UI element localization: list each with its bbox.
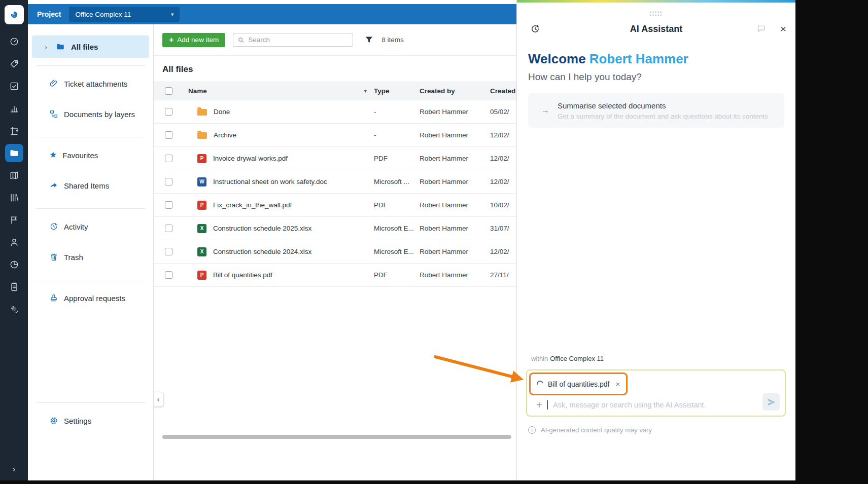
table-row[interactable]: WInstructional sheet on work safety.doc … <box>154 170 516 194</box>
files-toolbar: + Add new item 8 items <box>154 24 516 56</box>
project-label: Project <box>37 10 61 18</box>
rail-item-statistics[interactable] <box>0 97 28 120</box>
file-name[interactable]: Fix_crack_in_the_wall.pdf <box>213 201 292 209</box>
ai-input-container[interactable]: Bill of quantities.pdf × + Ask, message … <box>526 369 786 417</box>
file-name[interactable]: Construction schedule 2024.xlsx <box>213 248 311 255</box>
file-name[interactable]: Instructional sheet on work safety.doc <box>213 178 327 185</box>
divider <box>36 65 145 66</box>
rail-item-site[interactable] <box>0 120 28 142</box>
drag-handle[interactable]: ••••• ••••• <box>517 11 795 17</box>
rail-item-dashboard[interactable] <box>0 30 28 53</box>
row-checkbox[interactable] <box>165 201 172 209</box>
filter-button[interactable] <box>364 35 374 45</box>
table-row[interactable]: Archive - Robert Hammer 12/02/ <box>154 124 516 147</box>
row-checkbox[interactable] <box>165 248 172 255</box>
file-creator: Robert Hammer <box>420 178 490 185</box>
folder-icon <box>197 109 207 116</box>
sidebar-item-label: Approval requests <box>64 294 125 303</box>
add-new-item-button[interactable]: + Add new item <box>162 33 225 47</box>
ai-feedback-button[interactable] <box>756 24 766 33</box>
table-row[interactable]: PBill of quantities.pdf PDF Robert Hamme… <box>154 264 516 287</box>
file-created-date: 12/02/ <box>490 155 516 162</box>
sidebar-item-settings[interactable]: Settings <box>28 405 153 436</box>
row-checkbox[interactable] <box>165 225 172 232</box>
file-name[interactable]: Archive <box>214 131 236 139</box>
select-all-checkbox[interactable] <box>165 87 172 95</box>
sidebar-item-trash[interactable]: Trash <box>28 242 153 272</box>
map-icon <box>9 170 19 180</box>
rail-expand-button[interactable]: › <box>0 464 28 474</box>
top-bar: Project Office Complex 11 ▾ <box>28 4 516 24</box>
rail-item-reports[interactable] <box>0 253 28 276</box>
sort-caret-icon[interactable]: ▾ <box>364 88 367 94</box>
suggestion-card-summarise[interactable]: → Summarise selected documents Get a sum… <box>528 93 784 128</box>
attach-plus-icon[interactable]: + <box>536 400 542 409</box>
sidebar-item-label: Ticket attachments <box>64 80 127 88</box>
ai-subtitle: How can I help you today? <box>528 71 784 83</box>
sidebar-item-shared-items[interactable]: Shared Items <box>28 170 153 201</box>
info-icon: i <box>528 426 536 434</box>
search-box[interactable] <box>233 33 353 47</box>
pdf-file-icon: P <box>197 271 206 280</box>
excel-file-icon: X <box>197 247 206 256</box>
funnel-icon <box>364 35 374 45</box>
checklist-icon <box>9 81 19 91</box>
rail-item-plans[interactable] <box>0 164 28 187</box>
table-row[interactable]: Done - Robert Hammer 05/02/ <box>154 100 516 124</box>
file-name[interactable]: Invoice drywal works.pdf <box>213 155 288 162</box>
table-row[interactable]: PInvoice drywal works.pdf PDF Robert Ham… <box>154 147 516 170</box>
rail-item-tags[interactable] <box>0 53 28 75</box>
search-input[interactable] <box>248 36 349 44</box>
column-header-created-by[interactable]: Created by <box>420 87 490 95</box>
file-creator: Robert Hammer <box>420 131 490 139</box>
ai-message-input[interactable]: + Ask, message or search using the AI As… <box>536 400 751 409</box>
column-header-type[interactable]: Type <box>374 87 420 95</box>
chip-remove-icon[interactable]: × <box>615 380 620 388</box>
file-name[interactable]: Bill of quantities.pdf <box>213 271 272 279</box>
table-row[interactable]: XConstruction schedule 2025.xlsx Microso… <box>154 217 516 240</box>
row-checkbox[interactable] <box>165 155 172 162</box>
table-row[interactable]: PFix_crack_in_the_wall.pdf PDF Robert Ha… <box>154 194 516 217</box>
file-name[interactable]: Done <box>214 108 230 116</box>
folder-icon <box>5 144 23 162</box>
sidebar-item-all-files[interactable]: › All files <box>32 35 149 58</box>
expand-chevron-icon[interactable]: › <box>45 43 50 51</box>
column-label: Created o <box>490 87 516 95</box>
sidebar-item-label: Activity <box>64 222 88 231</box>
column-header-created-on[interactable]: Created o <box>490 87 516 95</box>
row-checkbox[interactable] <box>165 108 172 116</box>
rail-item-automations[interactable] <box>0 298 28 320</box>
row-checkbox[interactable] <box>165 178 172 185</box>
row-checkbox[interactable] <box>165 131 172 139</box>
column-header-name[interactable]: Name ▾ <box>183 87 374 95</box>
row-checkbox[interactable] <box>165 271 172 279</box>
horizontal-scrollbar[interactable] <box>162 435 511 439</box>
ai-close-button[interactable]: × <box>780 24 786 34</box>
attached-document-chip[interactable]: Bill of quantities.pdf × <box>529 373 628 395</box>
app-logo[interactable] <box>5 5 24 24</box>
file-type: - <box>374 131 420 139</box>
rail-item-library[interactable] <box>0 187 28 209</box>
project-selector[interactable]: Office Complex 11 ▾ <box>69 7 180 22</box>
file-created-date: 12/02/ <box>490 248 516 255</box>
sidebar-item-ticket-attachments[interactable]: Ticket attachments <box>28 68 153 99</box>
sidebar-item-documents-by-layers[interactable]: Documents by layers <box>28 99 153 129</box>
divider <box>36 280 145 280</box>
rail-item-users[interactable] <box>0 231 28 253</box>
rail-item-flags[interactable] <box>0 209 28 231</box>
page-title: All files <box>162 64 516 75</box>
rail-item-tasks[interactable] <box>0 75 28 97</box>
sidebar-item-activity[interactable]: Activity <box>28 211 153 242</box>
folder-icon <box>56 42 65 51</box>
caret-down-icon: ▾ <box>171 11 174 18</box>
table-row[interactable]: XConstruction schedule 2024.xlsx Microso… <box>154 240 516 264</box>
sidebar-item-approval-requests[interactable]: Approval requests <box>28 283 153 313</box>
rail-item-forms[interactable] <box>0 276 28 298</box>
sidebar-collapse-button[interactable]: ‹ <box>154 392 163 407</box>
rail-item-documents[interactable] <box>0 142 28 164</box>
file-name[interactable]: Construction schedule 2025.xlsx <box>213 225 311 232</box>
send-button[interactable] <box>762 393 780 411</box>
file-creator: Robert Hammer <box>420 271 490 279</box>
ai-disclaimer: i AI-generated content quality may vary <box>528 426 652 434</box>
sidebar-item-favourites[interactable]: ★ Favourites <box>28 140 153 170</box>
